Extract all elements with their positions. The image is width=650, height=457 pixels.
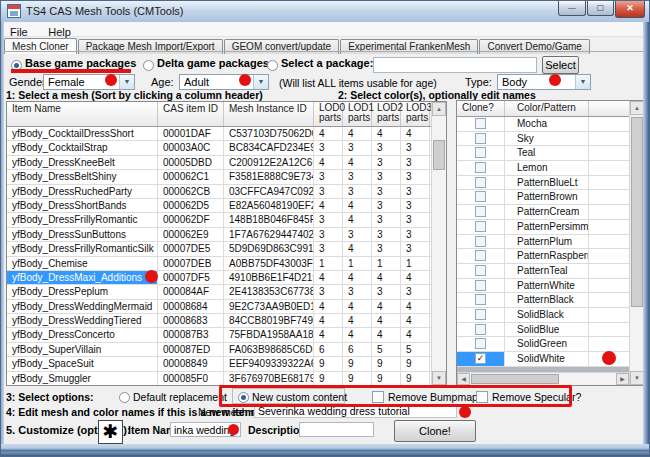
scroll-up-icon[interactable]: ▲: [630, 101, 644, 115]
color-table-row[interactable]: PatternCream: [457, 205, 629, 220]
color-table-row[interactable]: Mocha: [457, 117, 629, 132]
title-bar[interactable]: TS4 CAS Mesh Tools (CMTools) — ▢ ✕: [1, 1, 649, 23]
column-header-mesh-instance-id[interactable]: Mesh Instance ID: [224, 102, 314, 126]
color-table-row[interactable]: PatternPersimmon: [457, 220, 629, 235]
column-header-item-name[interactable]: Item Name: [7, 102, 158, 126]
clone-checkbox[interactable]: [475, 147, 486, 158]
radio-delta-game-packages[interactable]: [143, 60, 154, 71]
scrollbar-thumb[interactable]: [433, 140, 445, 170]
minimize-button[interactable]: —: [558, 1, 586, 16]
mesh-table-row[interactable]: yfBody_Smuggler000085F03F676970BE68179B9…: [7, 372, 431, 385]
color-table-row[interactable]: SolidBlue: [457, 323, 629, 338]
mesh-table-row[interactable]: yfBody_SpaceSuit00008849EEF9409339322A60…: [7, 357, 431, 371]
color-table-row[interactable]: PatternPlum: [457, 235, 629, 250]
gender-dropdown[interactable]: Female ▼: [43, 74, 135, 90]
scroll-up-icon[interactable]: ▲: [432, 102, 446, 116]
color-table-vertical-scrollbar[interactable]: ▲ ▼: [629, 101, 644, 385]
column-header-clone[interactable]: Clone?: [457, 101, 505, 116]
scroll-down-icon[interactable]: ▼: [630, 371, 644, 385]
column-header-lod0[interactable]: LOD0parts: [314, 102, 343, 126]
color-pattern-cell[interactable]: Teal: [505, 146, 589, 160]
color-pattern-cell[interactable]: PatternBlack: [505, 293, 589, 307]
column-header-lod3[interactable]: LOD3parts: [401, 102, 430, 126]
color-pattern-cell[interactable]: Lemon: [505, 161, 589, 175]
color-pattern-cell[interactable]: Sky: [505, 132, 589, 146]
mesh-table-row[interactable]: yfBody_SuperVillain000087EDFA063B98685C6…: [7, 343, 431, 357]
mesh-table-row[interactable]: yfBody_DressWeddingTiered0000868384CCB80…: [7, 314, 431, 328]
clone-checkbox[interactable]: [475, 177, 486, 188]
type-dropdown[interactable]: Body ▼: [497, 74, 591, 90]
clone-checkbox[interactable]: [475, 280, 486, 291]
color-table-row[interactable]: SolidBlack: [457, 308, 629, 323]
clone-checkbox[interactable]: [475, 221, 486, 232]
mesh-table-row[interactable]: yfBody_DressFrillyRomantic000062DF148B18…: [7, 213, 431, 227]
color-pattern-cell[interactable]: SolidWhite: [505, 352, 589, 366]
clone-checkbox[interactable]: [475, 338, 486, 349]
color-pattern-cell[interactable]: PatternRaspberry: [505, 249, 589, 263]
chevron-down-icon[interactable]: ▼: [575, 75, 590, 89]
mesh-table-row[interactable]: yfBody_DressWeddingMermaid000086849E2C73…: [7, 300, 431, 314]
mesh-table-row[interactable]: yfBody_DressFrillyRomanticSilk00007DE55D…: [7, 242, 431, 256]
mesh-table-row[interactable]: yfBody_DressBeltShiny000062C1F3581E888C9…: [7, 170, 431, 184]
mesh-table-row[interactable]: yfBody_DressConcerto000087B375FBDA1958AA…: [7, 328, 431, 342]
mesh-table-row[interactable]: yfBody_DressSunButtons000062E91F7A676294…: [7, 228, 431, 242]
color-pattern-cell[interactable]: PatternWhite: [505, 279, 589, 293]
color-table-horizontal-scrollbar[interactable]: ◀ ▶: [457, 372, 629, 385]
thumbnail-button[interactable]: ✱: [98, 420, 123, 444]
select-package-button[interactable]: Select: [542, 56, 579, 74]
color-table-row[interactable]: Teal: [457, 146, 629, 161]
clone-checkbox[interactable]: [475, 191, 486, 202]
clone-checkbox[interactable]: [475, 133, 486, 144]
column-header-lod1[interactable]: LOD1parts: [343, 102, 372, 126]
color-table-row[interactable]: PatternWhite: [457, 279, 629, 294]
color-table-row[interactable]: PatternBlack: [457, 293, 629, 308]
chevron-down-icon[interactable]: ▼: [253, 75, 268, 89]
clone-checkbox[interactable]: [475, 236, 486, 247]
scroll-left-icon[interactable]: ◀: [457, 373, 470, 385]
clone-checkbox[interactable]: [475, 294, 486, 305]
color-pattern-cell[interactable]: PatternCream: [505, 205, 589, 219]
color-table-row[interactable]: PatternBlueLt: [457, 176, 629, 191]
color-table-row[interactable]: PatternTeal: [457, 264, 629, 279]
clone-checkbox[interactable]: [475, 206, 486, 217]
mesh-table-row[interactable]: yfBody_CocktailDressShort00001DAFC537103…: [7, 127, 431, 141]
mesh-table-row[interactable]: yfBody_Chemise00007DEBA0BB75DF43003FB911…: [7, 257, 431, 271]
clone-checkbox[interactable]: [475, 309, 486, 320]
radio-select-a-package[interactable]: [267, 60, 278, 71]
column-header-lod2[interactable]: LOD2parts: [372, 102, 401, 126]
color-pattern-cell[interactable]: SolidBlack: [505, 308, 589, 322]
color-pattern-cell[interactable]: PatternTeal: [505, 264, 589, 278]
clone-checkbox[interactable]: [475, 162, 486, 173]
clone-checkbox[interactable]: [475, 118, 486, 129]
age-dropdown[interactable]: Adult ▼: [179, 74, 269, 90]
package-path-input[interactable]: [373, 57, 537, 73]
color-table-row[interactable]: SolidGreen: [457, 337, 629, 352]
color-table-row[interactable]: PatternBrown: [457, 190, 629, 205]
scroll-right-icon[interactable]: ▶: [616, 373, 629, 385]
color-table-row[interactable]: Lemon: [457, 161, 629, 176]
mesh-table-row[interactable]: yfBody_DressMaxi_Additions00007DF54910BB…: [7, 271, 431, 285]
column-header-cas-item-id[interactable]: CAS item ID: [158, 102, 224, 126]
color-table-row[interactable]: PatternRaspberry: [457, 249, 629, 264]
scrollbar-thumb[interactable]: [631, 117, 643, 307]
clone-checkbox[interactable]: [475, 250, 486, 261]
mesh-table-row[interactable]: yfBody_DressShortBands000062D5E82A560481…: [7, 199, 431, 213]
radio-default-replacement[interactable]: [119, 392, 130, 403]
color-pattern-cell[interactable]: Mocha: [505, 117, 589, 131]
clone-checkbox[interactable]: [475, 265, 486, 276]
clone-button[interactable]: Clone!: [394, 420, 476, 442]
chevron-down-icon[interactable]: ▼: [119, 75, 134, 89]
mesh-table-row[interactable]: yfBody_DressKneeBelt00005DBDC200912E2A12…: [7, 156, 431, 170]
color-pattern-cell[interactable]: PatternBrown: [505, 190, 589, 204]
color-pattern-cell[interactable]: PatternPlum: [505, 235, 589, 249]
column-header-color-pattern[interactable]: Color/Pattern: [505, 101, 589, 116]
scrollbar-thumb[interactable]: [471, 374, 559, 384]
color-pattern-cell[interactable]: PatternBlueLt: [505, 176, 589, 190]
scroll-down-icon[interactable]: ▼: [432, 371, 446, 385]
description-input[interactable]: [299, 422, 374, 437]
mesh-table-row[interactable]: yfBody_DressRuchedParty000062CB03CFFCA94…: [7, 185, 431, 199]
maximize-button[interactable]: ▢: [587, 1, 614, 16]
color-pattern-cell[interactable]: PatternPersimmon: [505, 220, 589, 234]
clone-checkbox[interactable]: [475, 324, 486, 335]
close-button[interactable]: ✕: [615, 1, 645, 18]
